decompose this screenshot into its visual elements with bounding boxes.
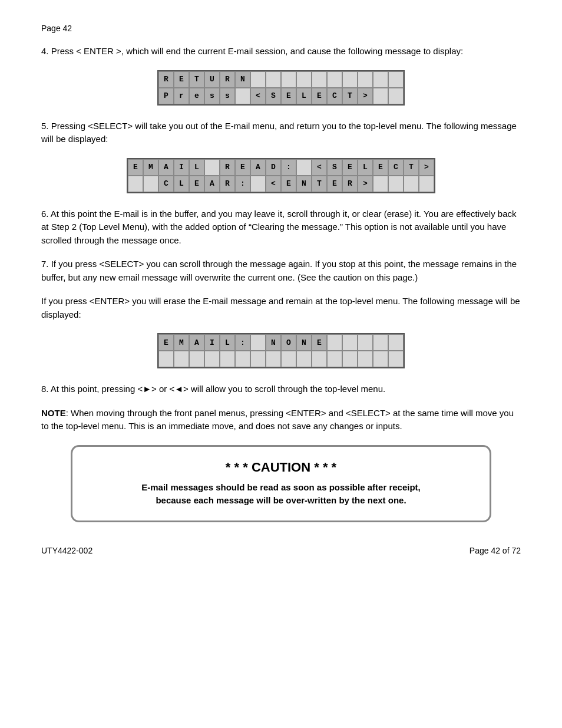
paragraph-7: 7. If you press <SELECT> you can scroll … xyxy=(41,258,521,284)
paragraph-8: 8. At this point, pressing <►> or <◄> wi… xyxy=(41,383,521,396)
display-email-read: EMAIL READ: <SELECT> CLEAR: <ENTER> xyxy=(41,158,521,193)
paragraph-6: 6. At this point the E-mail is in the bu… xyxy=(41,207,521,248)
footer-left: UTY4422-002 xyxy=(41,546,92,555)
caution-box: * * * CAUTION * * * E-mail messages shou… xyxy=(71,445,491,522)
paragraph-7b: If you press <ENTER> you will erase the … xyxy=(41,295,521,321)
caution-body: E-mail messages should be read as soon a… xyxy=(96,481,466,508)
display-email-none: EMAIL: NONE xyxy=(41,333,521,368)
caution-title: * * * CAUTION * * * xyxy=(96,460,466,475)
display-return: RETURNPress<SELECT> xyxy=(41,70,521,106)
footer-right: Page 42 of 72 xyxy=(470,546,521,555)
page-number-top: Page 42 xyxy=(41,24,521,33)
footer: UTY4422-002 Page 42 of 72 xyxy=(41,546,521,555)
paragraph-note: NOTE: When moving through the front pane… xyxy=(41,407,521,433)
paragraph-4: 4. Press < ENTER >, which will end the c… xyxy=(41,45,521,58)
paragraph-5: 5. Pressing <SELECT> will take you out o… xyxy=(41,120,521,146)
page-header-label: Page 42 xyxy=(41,24,72,33)
